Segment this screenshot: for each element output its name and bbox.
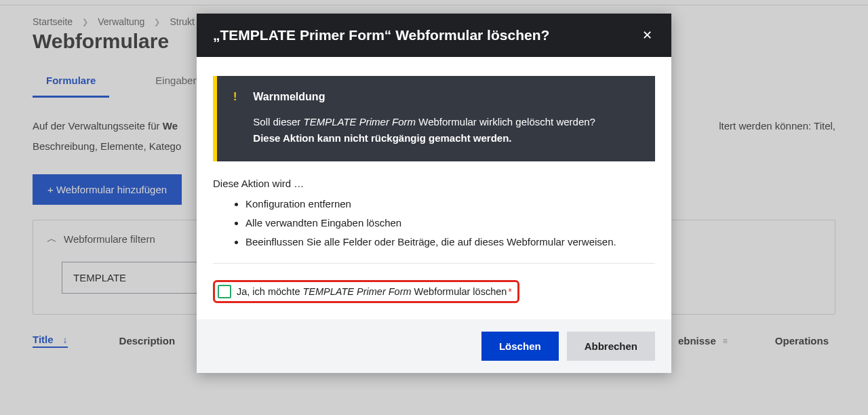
action-item: Alle verwandten Eingaben löschen: [245, 214, 655, 233]
warn-form-name: TEMPLATE Primer Form: [304, 116, 416, 127]
warn-irreversible: Diese Aktion kann nicht rückgängig gemac…: [253, 132, 511, 144]
warning-text: Soll dieser TEMPLATE Primer Form Webform…: [253, 114, 595, 146]
confirm-checkbox[interactable]: [218, 285, 231, 298]
warning-icon: !: [233, 91, 237, 146]
divider: [213, 263, 655, 264]
modal-overlay[interactable]: „TEMPLATE Primer Form“ Webformular lösch…: [0, 0, 868, 415]
required-star-icon: *: [508, 286, 512, 297]
confirm-label[interactable]: Ja, ich möchte TEMPLATE Primer Form Webf…: [237, 286, 512, 297]
confirm-form-name: TEMPLATE Primer Form: [303, 286, 412, 297]
warn-prefix: Soll dieser: [253, 116, 303, 127]
warning-content: Warnmeldung Soll dieser TEMPLATE Primer …: [253, 91, 595, 146]
modal-footer: Löschen Abbrechen: [197, 319, 671, 373]
warning-box: ! Warnmeldung Soll dieser TEMPLATE Prime…: [213, 76, 655, 161]
modal-header: „TEMPLATE Primer Form“ Webformular lösch…: [197, 14, 671, 57]
action-list: Konfiguration entfernen Alle verwandten …: [213, 195, 655, 251]
warn-suffix: Webformular wirklich gelöscht werden?: [416, 116, 595, 127]
close-button[interactable]: ✕: [639, 27, 655, 43]
action-intro: Diese Aktion wird …: [213, 178, 655, 189]
confirm-prefix: Ja, ich möchte: [237, 286, 303, 297]
action-item: Beeinflussen Sie alle Felder oder Beiträ…: [245, 233, 655, 252]
confirm-suffix: Webformular löschen: [412, 286, 507, 297]
modal-title: „TEMPLATE Primer Form“ Webformular lösch…: [213, 27, 549, 43]
cancel-button[interactable]: Abbrechen: [567, 332, 655, 361]
delete-button[interactable]: Löschen: [481, 332, 559, 361]
confirm-checkbox-row[interactable]: Ja, ich möchte TEMPLATE Primer Form Webf…: [213, 280, 519, 303]
close-icon: ✕: [642, 28, 652, 43]
action-item: Konfiguration entfernen: [245, 195, 655, 214]
warning-title: Warnmeldung: [253, 91, 595, 103]
delete-confirmation-modal: „TEMPLATE Primer Form“ Webformular lösch…: [197, 14, 671, 373]
modal-body: ! Warnmeldung Soll dieser TEMPLATE Prime…: [197, 57, 671, 319]
